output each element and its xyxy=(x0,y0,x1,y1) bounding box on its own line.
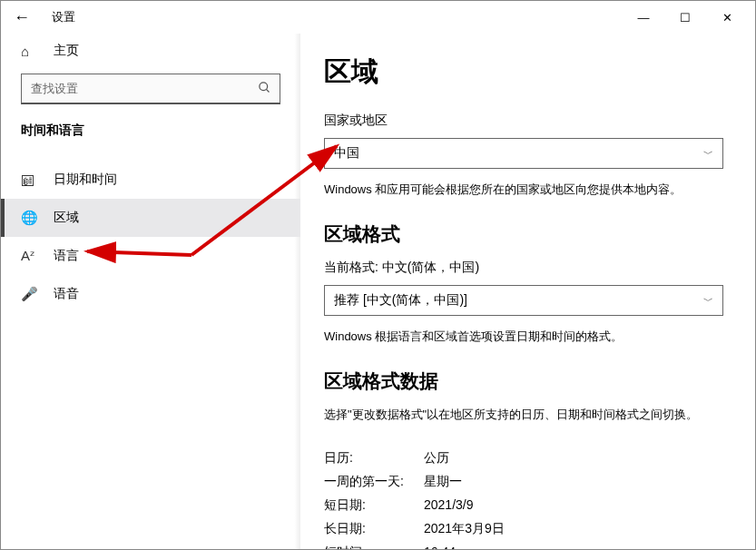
calendar-icon: 🗟 xyxy=(21,172,37,188)
back-button[interactable]: ← xyxy=(8,4,35,31)
chevron-down-icon: ﹀ xyxy=(703,147,713,161)
sidebar-item-region[interactable]: 🌐 区域 xyxy=(1,199,300,237)
search-icon xyxy=(258,81,271,97)
country-desc: Windows 和应用可能会根据您所在的国家或地区向您提供本地内容。 xyxy=(324,182,728,198)
country-label: 国家或地区 xyxy=(324,113,728,129)
close-button[interactable]: ✕ xyxy=(706,1,748,34)
mic-icon: 🎤 xyxy=(21,286,37,302)
back-icon: ← xyxy=(14,8,30,27)
search-input[interactable] xyxy=(21,74,280,104)
sidebar-item-label: 日期和时间 xyxy=(54,172,117,188)
country-dropdown[interactable]: 中国 ﹀ xyxy=(324,138,723,169)
table-row: 短时间:16:44 xyxy=(324,541,728,549)
current-format-label: 当前格式: 中文(简体，中国) xyxy=(324,260,728,276)
table-row: 一周的第一天:星期一 xyxy=(324,470,728,494)
maximize-icon: ☐ xyxy=(680,11,691,25)
sidebar-section-title: 时间和语言 xyxy=(1,123,300,161)
format-value: 推荐 [中文(简体，中国)] xyxy=(334,292,467,309)
format-desc: Windows 根据语言和区域首选项设置日期和时间的格式。 xyxy=(324,329,728,345)
maximize-button[interactable]: ☐ xyxy=(664,1,706,34)
sidebar-item-label: 区域 xyxy=(54,210,79,226)
sidebar: ⌂ 主页 时间和语言 🗟 日期和时间 🌐 区域 xyxy=(1,34,300,549)
format-dropdown[interactable]: 推荐 [中文(简体，中国)] ﹀ xyxy=(324,285,723,316)
sidebar-item-label: 语言 xyxy=(54,248,79,264)
sidebar-item-label: 语音 xyxy=(54,286,79,302)
format-section-title: 区域格式 xyxy=(324,221,728,247)
close-icon: ✕ xyxy=(722,11,732,25)
home-label: 主页 xyxy=(54,43,79,59)
table-row: 长日期:2021年3月9日 xyxy=(324,517,728,541)
home-icon: ⌂ xyxy=(21,44,37,59)
home-button[interactable]: ⌂ 主页 xyxy=(1,34,300,74)
window-title: 设置 xyxy=(52,9,75,25)
globe-icon: 🌐 xyxy=(21,210,37,226)
chevron-down-icon: ﹀ xyxy=(703,294,713,308)
sidebar-item-voice[interactable]: 🎤 语音 xyxy=(1,275,300,313)
data-section-title: 区域格式数据 xyxy=(324,368,728,394)
page-title: 区域 xyxy=(324,54,728,91)
format-data-table: 日历:公历 一周的第一天:星期一 短日期:2021/3/9 长日期:2021年3… xyxy=(324,447,728,549)
main-content: 区域 国家或地区 中国 ﹀ Windows 和应用可能会根据您所在的国家或地区向… xyxy=(300,34,755,549)
table-row: 日历:公历 xyxy=(324,447,728,470)
titlebar: ← 设置 — ☐ ✕ xyxy=(1,1,755,34)
sidebar-item-language[interactable]: Aᶻ 语言 xyxy=(1,237,300,275)
data-desc: 选择"更改数据格式"以在地区所支持的日历、日期和时间格式之间切换。 xyxy=(324,407,728,423)
sidebar-item-datetime[interactable]: 🗟 日期和时间 xyxy=(1,161,300,199)
svg-line-1 xyxy=(266,89,269,92)
language-icon: Aᶻ xyxy=(21,248,37,264)
minimize-icon: — xyxy=(638,11,650,25)
svg-point-0 xyxy=(260,83,268,91)
minimize-button[interactable]: — xyxy=(623,1,664,34)
table-row: 短日期:2021/3/9 xyxy=(324,494,728,517)
country-value: 中国 xyxy=(334,145,359,162)
